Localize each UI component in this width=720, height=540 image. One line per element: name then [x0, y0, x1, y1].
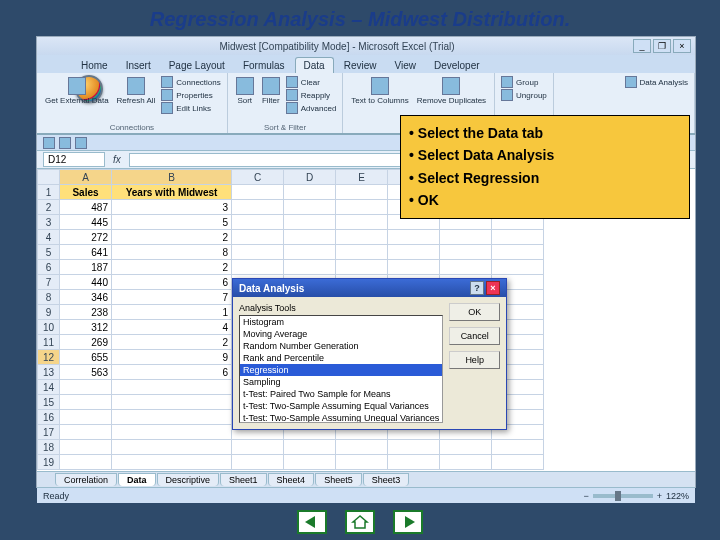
list-item[interactable]: Rank and Percentile — [240, 352, 442, 364]
save-icon[interactable] — [43, 137, 55, 149]
dialog-help-icon[interactable]: ? — [470, 281, 484, 295]
cell[interactable]: 7 — [112, 290, 232, 305]
undo-icon[interactable] — [59, 137, 71, 149]
cell[interactable] — [60, 380, 112, 395]
row-header[interactable]: 12 — [38, 350, 60, 365]
col-header-C[interactable]: C — [232, 170, 284, 185]
dialog-ok-button[interactable]: OK — [449, 303, 500, 321]
cell[interactable] — [60, 440, 112, 455]
cell[interactable]: 4 — [112, 320, 232, 335]
remove-duplicates-button[interactable]: Remove Duplicates — [415, 76, 488, 106]
row-header[interactable]: 15 — [38, 395, 60, 410]
row-header[interactable]: 13 — [38, 365, 60, 380]
dialog-help-button[interactable]: Help — [449, 351, 500, 369]
col-header-E[interactable]: E — [336, 170, 388, 185]
group-button[interactable]: Group — [501, 76, 547, 88]
cell[interactable] — [60, 395, 112, 410]
row-header[interactable]: 14 — [38, 380, 60, 395]
cell[interactable] — [112, 455, 232, 470]
minimize-button[interactable]: _ — [633, 39, 651, 53]
reapply-button[interactable]: Reapply — [286, 89, 337, 101]
ribbon-tab-home[interactable]: Home — [73, 58, 116, 73]
cell[interactable]: 1 — [112, 305, 232, 320]
sheet-tab-sheet5[interactable]: Sheet5 — [315, 473, 362, 486]
row-header[interactable]: 10 — [38, 320, 60, 335]
ribbon-tab-insert[interactable]: Insert — [118, 58, 159, 73]
row-header[interactable]: 4 — [38, 230, 60, 245]
col-header-B[interactable]: B — [112, 170, 232, 185]
list-item[interactable]: Regression — [240, 364, 442, 376]
row-header[interactable]: 18 — [38, 440, 60, 455]
list-item[interactable]: t-Test: Two-Sample Assuming Unequal Vari… — [240, 412, 442, 423]
list-item[interactable]: t-Test: Paired Two Sample for Means — [240, 388, 442, 400]
redo-icon[interactable] — [75, 137, 87, 149]
ribbon-tab-page-layout[interactable]: Page Layout — [161, 58, 233, 73]
cell[interactable]: 2 — [112, 230, 232, 245]
cell[interactable] — [112, 440, 232, 455]
cell[interactable]: 272 — [60, 230, 112, 245]
sort-button[interactable]: Sort — [234, 76, 256, 106]
ribbon-tab-formulas[interactable]: Formulas — [235, 58, 293, 73]
prev-slide-button[interactable] — [297, 510, 327, 534]
cell[interactable]: 312 — [60, 320, 112, 335]
sheet-tab-sheet1[interactable]: Sheet1 — [220, 473, 267, 486]
cell[interactable]: 641 — [60, 245, 112, 260]
list-item[interactable]: Sampling — [240, 376, 442, 388]
cell[interactable] — [112, 395, 232, 410]
cell[interactable]: 445 — [60, 215, 112, 230]
edit-links-button[interactable]: Edit Links — [161, 102, 220, 114]
dialog-cancel-button[interactable]: Cancel — [449, 327, 500, 345]
cell[interactable] — [112, 410, 232, 425]
cell[interactable]: 440 — [60, 275, 112, 290]
next-slide-button[interactable] — [393, 510, 423, 534]
row-header[interactable]: 16 — [38, 410, 60, 425]
ribbon-tab-view[interactable]: View — [386, 58, 424, 73]
cell[interactable] — [60, 425, 112, 440]
row-header[interactable]: 5 — [38, 245, 60, 260]
cell[interactable] — [112, 380, 232, 395]
col-header-D[interactable]: D — [284, 170, 336, 185]
cell[interactable]: 487 — [60, 200, 112, 215]
clear-button[interactable]: Clear — [286, 76, 337, 88]
cell[interactable]: 187 — [60, 260, 112, 275]
refresh-all-button[interactable]: Refresh All — [115, 76, 158, 106]
col-header-A[interactable]: A — [60, 170, 112, 185]
row-header[interactable]: 11 — [38, 335, 60, 350]
cell[interactable]: 2 — [112, 335, 232, 350]
row-header[interactable]: 3 — [38, 215, 60, 230]
cell[interactable]: 238 — [60, 305, 112, 320]
cell[interactable]: 3 — [112, 200, 232, 215]
cell[interactable]: 6 — [112, 365, 232, 380]
cell[interactable]: 563 — [60, 365, 112, 380]
header-sales[interactable]: Sales — [60, 185, 112, 200]
get-external-data-button[interactable]: Get External Data — [43, 76, 111, 106]
properties-button[interactable]: Properties — [161, 89, 220, 101]
header-years[interactable]: Years with Midwest — [112, 185, 232, 200]
cell[interactable] — [60, 455, 112, 470]
ungroup-button[interactable]: Ungroup — [501, 89, 547, 101]
ribbon-tab-developer[interactable]: Developer — [426, 58, 488, 73]
cell[interactable]: 2 — [112, 260, 232, 275]
cell[interactable]: 8 — [112, 245, 232, 260]
sheet-tab-sheet4[interactable]: Sheet4 — [268, 473, 315, 486]
close-button[interactable]: × — [673, 39, 691, 53]
fx-label[interactable]: fx — [113, 154, 121, 165]
data-analysis-button[interactable]: Data Analysis — [625, 76, 688, 88]
ribbon-tab-data[interactable]: Data — [295, 57, 334, 73]
row-header[interactable]: 6 — [38, 260, 60, 275]
row-header[interactable]: 8 — [38, 290, 60, 305]
row-header[interactable]: 2 — [38, 200, 60, 215]
sheet-tab-data[interactable]: Data — [118, 473, 156, 486]
cell[interactable]: 346 — [60, 290, 112, 305]
restore-button[interactable]: ❐ — [653, 39, 671, 53]
sheet-tab-sheet3[interactable]: Sheet3 — [363, 473, 410, 486]
row-header[interactable]: 7 — [38, 275, 60, 290]
row-header[interactable]: 9 — [38, 305, 60, 320]
text-to-columns-button[interactable]: Text to Columns — [349, 76, 410, 106]
list-item[interactable]: t-Test: Two-Sample Assuming Equal Varian… — [240, 400, 442, 412]
row-header[interactable]: 19 — [38, 455, 60, 470]
cell[interactable] — [60, 410, 112, 425]
ribbon-tab-review[interactable]: Review — [336, 58, 385, 73]
cell[interactable]: 6 — [112, 275, 232, 290]
list-item[interactable]: Histogram — [240, 316, 442, 328]
